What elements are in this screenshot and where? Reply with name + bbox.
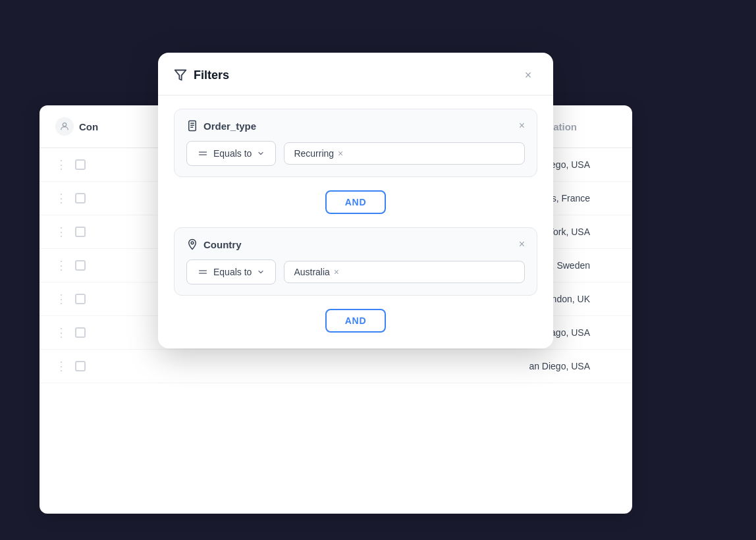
country-tag: Australia × bbox=[294, 267, 339, 277]
filter-card-country: Country × Equals to Austra bbox=[174, 227, 537, 296]
country-condition-button[interactable]: Equals to bbox=[186, 259, 276, 284]
filter-order-type-label: Order_type bbox=[203, 121, 256, 132]
chevron-down-icon-2 bbox=[257, 268, 265, 276]
order-type-tag: Recurring × bbox=[294, 148, 343, 159]
country-pin-icon bbox=[186, 238, 198, 250]
filter-country-row: Equals to Australia × bbox=[186, 259, 525, 284]
row-menu-icon[interactable]: ⋮ bbox=[55, 191, 67, 205]
svg-point-0 bbox=[63, 123, 66, 126]
country-value-container: Australia × bbox=[284, 261, 525, 283]
order-type-tag-remove[interactable]: × bbox=[338, 149, 343, 158]
country-value: Australia bbox=[294, 267, 329, 277]
order-type-condition-button[interactable]: Equals to bbox=[186, 141, 276, 166]
order-type-condition-label: Equals to bbox=[213, 148, 252, 159]
country-tag-remove[interactable]: × bbox=[334, 267, 339, 277]
and-button-wrapper-2: AND bbox=[174, 306, 537, 335]
row-checkbox[interactable] bbox=[75, 327, 86, 338]
row-location: an Diego, USA bbox=[529, 361, 616, 371]
order-type-value: Recurring bbox=[294, 148, 334, 159]
modal-header-left: Filters bbox=[174, 68, 229, 82]
row-menu-icon[interactable]: ⋮ bbox=[55, 225, 67, 239]
row-menu-icon[interactable]: ⋮ bbox=[55, 292, 67, 306]
and-button-wrapper-1: AND bbox=[174, 188, 537, 217]
contact-col-icon bbox=[55, 117, 74, 136]
row-menu-icon[interactable]: ⋮ bbox=[55, 258, 67, 273]
country-condition-label: Equals to bbox=[213, 267, 252, 277]
filter-country-close-button[interactable]: × bbox=[519, 238, 525, 250]
filter-card-order-type-header: Order_type × bbox=[186, 120, 525, 132]
row-checkbox[interactable] bbox=[75, 193, 86, 203]
svg-marker-1 bbox=[175, 70, 186, 80]
modal-close-button[interactable]: × bbox=[519, 66, 537, 84]
contact-col-label: Con bbox=[79, 121, 98, 132]
row-checkbox[interactable] bbox=[75, 227, 86, 237]
row-menu-icon[interactable]: ⋮ bbox=[55, 157, 67, 172]
and-button-1[interactable]: AND bbox=[325, 190, 386, 214]
filter-order-type-close-button[interactable]: × bbox=[519, 120, 525, 132]
equals-icon-2 bbox=[198, 267, 208, 277]
row-checkbox[interactable] bbox=[75, 361, 86, 371]
filters-modal: Filters × Order_type × bbox=[158, 53, 553, 348]
filter-card-country-header: Country × bbox=[186, 238, 525, 250]
filter-order-type-row: Equals to Recurring × bbox=[186, 141, 525, 166]
and-button-2[interactable]: AND bbox=[325, 309, 386, 333]
filter-card-order-type: Order_type × Equals to bbox=[174, 109, 537, 177]
row-menu-icon[interactable]: ⋮ bbox=[55, 325, 67, 340]
row-menu-icon[interactable]: ⋮ bbox=[55, 359, 67, 373]
modal-body: Order_type × Equals to bbox=[158, 95, 553, 348]
modal-title: Filters bbox=[194, 68, 229, 82]
row-checkbox[interactable] bbox=[75, 260, 86, 271]
filter-country-label: Country bbox=[203, 239, 242, 250]
modal-header: Filters × bbox=[158, 53, 553, 95]
row-checkbox[interactable] bbox=[75, 159, 86, 170]
filter-funnel-icon bbox=[174, 68, 187, 82]
filter-card-order-type-title: Order_type bbox=[186, 120, 256, 132]
order-type-icon bbox=[186, 120, 198, 132]
filter-card-country-title: Country bbox=[186, 238, 242, 250]
table-row: ⋮ an Diego, USA bbox=[40, 350, 632, 383]
order-type-value-container: Recurring × bbox=[284, 142, 525, 165]
equals-icon bbox=[198, 148, 208, 159]
row-checkbox[interactable] bbox=[75, 294, 86, 304]
row-location: ondon, UK bbox=[547, 294, 616, 304]
svg-point-8 bbox=[191, 242, 194, 244]
chevron-down-icon bbox=[257, 149, 265, 157]
